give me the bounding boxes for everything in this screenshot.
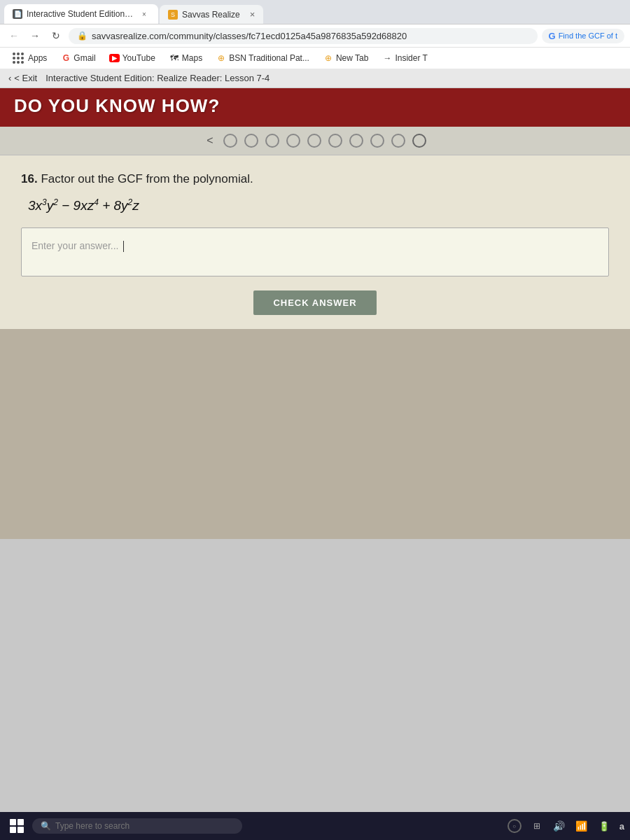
lesson-header: ‹ < Exit Interactive Student Edition: Re… — [0, 69, 630, 88]
browser-chrome: 📄 Interactive Student Edition: Reali... … — [0, 0, 630, 69]
bookmark-bsn[interactable]: ⊕ BSN Traditional Pat... — [211, 52, 315, 64]
address-text: savvasrealize.com/community/classes/fc71… — [92, 31, 529, 41]
refresh-button[interactable]: ↻ — [48, 27, 64, 44]
lesson-breadcrumb: Interactive Student Edition: Realize Rea… — [46, 73, 270, 83]
youtube-icon: ▶ — [110, 53, 120, 63]
address-bar-row: ← → ↻ 🔒 savvasrealize.com/community/clas… — [0, 24, 630, 47]
bookmark-gmail[interactable]: G Gmail — [55, 52, 101, 64]
cortana-icon[interactable]: ○ — [507, 819, 522, 833]
tab-savvas-label: Savvas Realize — [182, 10, 240, 20]
main-panel: < 16. Factor out the GCF from the polyno… — [0, 127, 630, 539]
bottom-content — [0, 329, 630, 539]
lock-icon: 🔒 — [77, 31, 88, 41]
apps-label: Apps — [28, 53, 47, 63]
tab-close-interactive[interactable]: × — [139, 8, 150, 20]
youtube-label: YouTube — [122, 53, 155, 63]
check-answer-button[interactable]: CHECK ANSWER — [253, 290, 376, 315]
exit-chevron: ‹ — [8, 73, 11, 83]
tab-bar: 📄 Interactive Student Edition: Reali... … — [0, 0, 630, 24]
nav-dot-2[interactable] — [244, 134, 258, 148]
insider-label: Insider T — [395, 53, 427, 63]
bookmarks-bar: Apps G Gmail ▶ YouTube 🗺 Maps ⊕ — [0, 47, 630, 69]
bookmark-youtube[interactable]: ▶ YouTube — [104, 52, 161, 64]
apps-button[interactable]: Apps — [6, 50, 52, 66]
battery-icon[interactable]: 🔋 — [597, 819, 611, 833]
cursor — [123, 241, 124, 252]
savvas-icon: S — [168, 10, 178, 20]
page-content: ‹ < Exit Interactive Student Edition: Re… — [0, 69, 630, 818]
newtab-label: New Tab — [336, 53, 368, 63]
page-icon: 📄 — [13, 9, 22, 19]
volume-icon[interactable]: 🔊 — [552, 819, 566, 833]
tab-interactive[interactable]: 📄 Interactive Student Edition: Reali... … — [4, 4, 158, 24]
apps-grid-icon — [11, 51, 25, 65]
taskbar-search-input[interactable] — [55, 821, 234, 831]
nav-dot-5[interactable] — [307, 134, 321, 148]
forward-button[interactable]: → — [27, 27, 43, 44]
taskbar-letter-a: a — [620, 821, 624, 832]
bookmark-insider[interactable]: → Insider T — [377, 52, 433, 64]
maps-icon: 🗺 — [169, 53, 179, 63]
tab-close-savvas[interactable]: × — [250, 9, 255, 20]
windows-icon — [10, 819, 24, 833]
math-expression: 3x3y2 − 9xz4 + 8y2z — [28, 197, 609, 214]
taskbar: 🔍 ○ ⊞ 🔊 📶 🔋 a — [0, 812, 630, 840]
back-button[interactable]: ← — [6, 27, 22, 44]
search-icon: 🔍 — [41, 821, 51, 831]
nav-dot-4[interactable] — [286, 134, 300, 148]
bookmark-maps[interactable]: 🗺 Maps — [164, 52, 208, 64]
exit-button[interactable]: ‹ < Exit — [8, 73, 37, 83]
answer-placeholder: Enter your answer... — [31, 240, 119, 251]
bsn-label: BSN Traditional Pat... — [229, 53, 309, 63]
exit-label: < Exit — [14, 73, 37, 83]
nav-dot-3[interactable] — [265, 134, 279, 148]
network-icon[interactable]: 📶 — [575, 819, 589, 833]
insider-icon: → — [382, 53, 392, 63]
gmail-icon: G — [61, 53, 71, 63]
start-button[interactable] — [6, 815, 28, 837]
browser-right-area: G Find the GCF of t — [542, 29, 625, 43]
gmail-label: Gmail — [74, 53, 95, 63]
taskbar-right: ○ ⊞ 🔊 📶 🔋 a — [507, 819, 624, 833]
question-text: Factor out the GCF from the polynomial. — [41, 172, 253, 186]
taskbar-search-bar[interactable]: 🔍 — [32, 818, 242, 834]
nav-dot-8[interactable] — [370, 134, 384, 148]
prev-chevron[interactable]: < — [204, 134, 216, 147]
nav-dot-9[interactable] — [391, 134, 405, 148]
address-bar[interactable]: 🔒 savvasrealize.com/community/classes/fc… — [69, 28, 538, 44]
question-area: 16. Factor out the GCF from the polynomi… — [0, 155, 630, 329]
google-g-icon: G — [549, 31, 556, 41]
newtab-icon: ⊕ — [323, 53, 333, 63]
maps-label: Maps — [182, 53, 202, 63]
section-title: DO YOU KNOW HOW? — [14, 95, 220, 116]
nav-dot-10[interactable] — [412, 134, 426, 148]
answer-box[interactable]: Enter your answer... — [21, 227, 609, 276]
question-number: 16. — [21, 172, 38, 186]
tab-savvas[interactable]: S Savvas Realize × — [160, 5, 263, 24]
bsn-icon: ⊕ — [216, 53, 226, 63]
nav-dot-1[interactable] — [223, 134, 237, 148]
task-view-icon[interactable]: ⊞ — [530, 819, 544, 833]
bookmark-newtab[interactable]: ⊕ New Tab — [318, 52, 374, 64]
tab-interactive-label: Interactive Student Edition: Reali... — [27, 9, 134, 19]
search-suggestion-text: Find the GCF of t — [559, 31, 617, 40]
red-title-bar: DO YOU KNOW HOW? — [0, 88, 630, 127]
nav-dot-7[interactable] — [349, 134, 363, 148]
question-prompt: 16. Factor out the GCF from the polynomi… — [21, 172, 609, 186]
nav-dot-6[interactable] — [328, 134, 342, 148]
nav-dots-bar: < — [0, 127, 630, 155]
search-suggestion-pill[interactable]: G Find the GCF of t — [542, 29, 625, 43]
